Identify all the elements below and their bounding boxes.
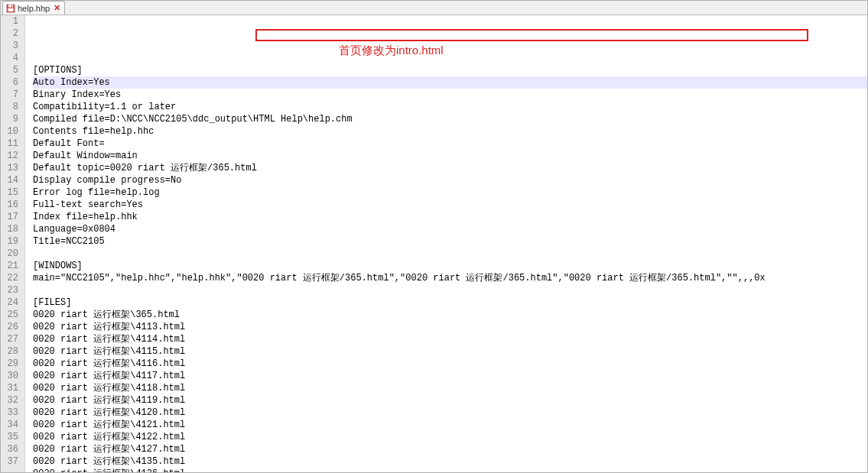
code-line[interactable]: 0020 riart 运行框架\4118.html [33,382,867,394]
line-number: 29 [4,358,18,370]
line-number: 25 [4,309,18,321]
line-number: 35 [4,431,18,443]
code-line[interactable]: Contents file=help.hhc [33,125,867,138]
line-number: 18 [4,223,18,235]
line-number: 33 [4,407,18,419]
svg-rect-3 [11,5,13,7]
line-number: 28 [4,345,18,358]
line-number: 2 [4,28,18,40]
code-line[interactable]: [FILES] [33,296,867,309]
code-line[interactable]: Error log file=help.log [33,186,867,199]
file-tab[interactable]: help.hhp ✕ [2,1,65,15]
code-line[interactable]: [WINDOWS] [33,260,867,272]
line-number: 15 [4,186,18,199]
line-number: 10 [4,125,18,138]
line-number: 32 [4,394,18,407]
line-number: 5 [4,64,18,76]
close-icon[interactable]: ✕ [54,4,60,12]
code-line[interactable]: 0020 riart 运行框架\4117.html [33,370,867,382]
code-line[interactable]: Compiled file=D:\NCC\NCC2105\ddc_output\… [33,113,867,125]
line-number: 27 [4,333,18,345]
code-line[interactable]: 0020 riart 运行框架\4120.html [33,407,867,419]
line-number: 30 [4,370,18,382]
svg-rect-1 [8,5,13,8]
code-line[interactable]: 0020 riart 运行框架\4135.html [33,455,867,468]
code-line[interactable]: 0020 riart 运行框架\4122.html [33,431,867,443]
line-number: 11 [4,138,18,150]
line-number: 12 [4,150,18,162]
code-line[interactable]: Title=NCC2105 [33,235,867,248]
line-number: 16 [4,199,18,211]
line-number: 37 [4,455,18,468]
tab-label: help.hhp [18,4,50,13]
line-number: 1 [4,15,18,28]
line-number: 23 [4,284,18,296]
line-number: 6 [4,76,18,89]
line-number: 13 [4,162,18,174]
code-line[interactable]: Display compile progress=No [33,174,867,186]
line-number: 17 [4,211,18,223]
code-line[interactable]: Language=0x0804 [33,223,867,235]
code-line[interactable]: 0020 riart 运行框架\365.html [33,309,867,321]
line-number: 21 [4,260,18,272]
line-number: 9 [4,113,18,125]
highlight-rectangle [255,29,808,41]
code-line[interactable]: Index file=help.hhk [33,211,867,223]
code-line[interactable]: 0020 riart 运行框架\4114.html [33,333,867,345]
line-number: 19 [4,235,18,248]
code-line[interactable]: 0020 riart 运行框架\4136.html [33,468,867,472]
code-line[interactable]: Default topic=0020 riart 运行框架/365.html [33,162,867,174]
code-line[interactable]: main="NCC2105","help.hhc","help.hhk","00… [33,272,867,284]
code-line[interactable] [33,284,867,296]
code-line[interactable]: Compatibility=1.1 or later [33,101,867,113]
code-line[interactable]: [OPTIONS] [33,64,867,76]
code-line[interactable]: 0020 riart 运行框架\4116.html [33,358,867,370]
line-number: 36 [4,443,18,455]
line-number: 7 [4,89,18,101]
code-line[interactable] [33,248,867,260]
annotation-text: 首页修改为intro.html [339,44,444,57]
code-line[interactable]: Binary Index=Yes [33,89,867,101]
code-line[interactable]: Auto Index=Yes [33,76,867,89]
line-number: 4 [4,52,18,64]
svg-rect-2 [8,8,14,11]
code-editor[interactable]: 1234567891011121314151617181920212223242… [1,15,867,472]
line-number: 22 [4,272,18,284]
line-number: 8 [4,101,18,113]
line-number-gutter: 1234567891011121314151617181920212223242… [1,15,25,472]
code-line[interactable]: 0020 riart 运行框架\4115.html [33,345,867,358]
line-number: 3 [4,40,18,52]
tab-bar: help.hhp ✕ [1,1,867,15]
line-number: 26 [4,321,18,333]
code-line[interactable]: 0020 riart 运行框架\4113.html [33,321,867,333]
line-number: 20 [4,248,18,260]
code-area[interactable]: 首页修改为intro.html [OPTIONS]Auto Index=YesB… [25,15,867,472]
line-number: 31 [4,382,18,394]
code-line[interactable]: Full-text search=Yes [33,199,867,211]
code-line[interactable]: Default Font= [33,138,867,150]
floppy-disk-icon [6,4,15,13]
code-line[interactable]: 0020 riart 运行框架\4119.html [33,394,867,407]
line-number: 24 [4,296,18,309]
code-line[interactable]: 0020 riart 运行框架\4121.html [33,419,867,431]
line-number: 34 [4,419,18,431]
line-number: 14 [4,174,18,186]
code-line[interactable]: Default Window=main [33,150,867,162]
code-line[interactable]: 0020 riart 运行框架\4127.html [33,443,867,455]
